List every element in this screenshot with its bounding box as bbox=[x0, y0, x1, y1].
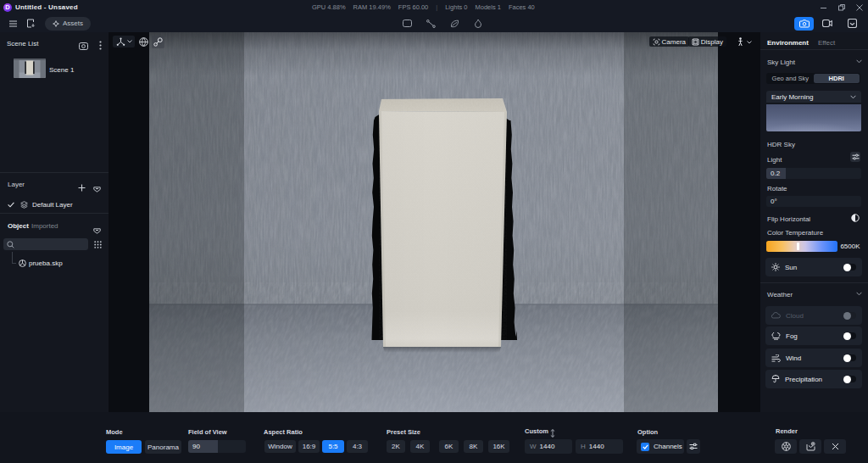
walk-mode-button[interactable] bbox=[737, 37, 752, 47]
sky-mode-segmented: Geo and Sky HDRI bbox=[766, 73, 860, 84]
layer-section-title: Layer bbox=[8, 181, 25, 188]
close-icon[interactable] bbox=[856, 4, 863, 11]
option-label: Option bbox=[637, 428, 658, 436]
hdri-sky-preview[interactable] bbox=[766, 104, 861, 131]
wind-row: Wind bbox=[765, 349, 862, 367]
object-grid-view-button[interactable] bbox=[91, 238, 104, 250]
display-chip-label: Display bbox=[701, 38, 723, 46]
sky-light-collapse-button[interactable] bbox=[856, 59, 862, 64]
scene-thumbnail[interactable] bbox=[14, 59, 46, 78]
app-logo-icon: D bbox=[3, 3, 12, 12]
menu-button[interactable] bbox=[8, 14, 18, 32]
aspect-55-button[interactable]: 5:5 bbox=[322, 440, 344, 453]
preset-6k-button[interactable]: 6K bbox=[439, 440, 459, 453]
display-settings-button[interactable]: Display bbox=[688, 36, 726, 47]
sliders-icon bbox=[689, 443, 698, 450]
precipitation-toggle[interactable] bbox=[843, 376, 856, 382]
channels-checkbox[interactable] bbox=[641, 443, 649, 451]
color-temperature-handle[interactable] bbox=[797, 243, 799, 250]
render-queue-button[interactable] bbox=[846, 14, 858, 32]
scene-item-label[interactable]: Scene 1 bbox=[49, 66, 74, 74]
preset-16k-button[interactable]: 16K bbox=[488, 440, 509, 453]
weather-section-title: Weather bbox=[767, 291, 793, 298]
flip-horizontal-button[interactable] bbox=[851, 214, 860, 222]
object-search-input[interactable] bbox=[3, 238, 88, 250]
precipitation-icon bbox=[771, 375, 780, 383]
hdri-preset-dropdown[interactable]: Early Morning bbox=[766, 91, 861, 103]
precipitation-label: Precipitation bbox=[785, 376, 822, 383]
preset-2k-button[interactable]: 2K bbox=[387, 440, 405, 453]
aspect-43-button[interactable]: 4:3 bbox=[347, 440, 368, 453]
assets-button[interactable]: Assets bbox=[45, 17, 91, 31]
chevron-down-icon bbox=[127, 40, 132, 43]
aspect-window-button[interactable]: Window bbox=[264, 440, 296, 453]
option-settings-button[interactable] bbox=[687, 439, 700, 454]
tab-effect[interactable]: Effect bbox=[818, 39, 835, 47]
sun-toggle[interactable] bbox=[843, 264, 856, 271]
add-to-queue-button[interactable] bbox=[799, 439, 821, 454]
particle-tool-icon[interactable] bbox=[472, 14, 484, 32]
camera-settings-button[interactable]: Camera bbox=[649, 36, 689, 47]
cloud-icon bbox=[771, 312, 781, 319]
scene-list-actions bbox=[79, 38, 102, 53]
mode-panorama-button[interactable]: Panorama bbox=[145, 440, 181, 454]
render-image-button[interactable] bbox=[775, 439, 797, 454]
sky-mode-hdri[interactable]: HDRI bbox=[814, 74, 860, 83]
aspect-169-button[interactable]: 16:9 bbox=[298, 440, 320, 453]
scene-3d-view[interactable] bbox=[149, 32, 718, 412]
scene-list-menu-button[interactable] bbox=[99, 38, 102, 53]
perspective-toggle-button[interactable] bbox=[152, 36, 164, 48]
preset-size-label: Preset Size bbox=[387, 428, 420, 436]
vegetation-tool-icon[interactable] bbox=[448, 14, 460, 32]
color-temperature-slider[interactable] bbox=[766, 241, 837, 252]
mode-image-button[interactable]: Image bbox=[106, 440, 142, 454]
material-tool-icon[interactable] bbox=[401, 14, 413, 32]
preset-8k-button[interactable]: 8K bbox=[464, 440, 483, 453]
light-label: Light bbox=[767, 156, 782, 164]
viewport[interactable]: Camera Display bbox=[108, 32, 760, 412]
layer-row-default[interactable]: Default Layer bbox=[0, 199, 108, 213]
video-mode-button[interactable] bbox=[821, 14, 833, 32]
rotate-value-input[interactable]: 0° bbox=[766, 196, 861, 207]
color-temperature-value: 6500K bbox=[839, 243, 861, 250]
photo-mode-button[interactable] bbox=[794, 17, 814, 31]
sky-mode-geo[interactable]: Geo and Sky bbox=[767, 74, 814, 83]
channels-option[interactable]: Channels bbox=[637, 439, 684, 454]
weather-collapse-button[interactable] bbox=[856, 292, 862, 296]
mode-label: Mode bbox=[106, 428, 123, 436]
preset-4k-button[interactable]: 4K bbox=[410, 440, 430, 453]
add-layer-button[interactable] bbox=[78, 180, 86, 195]
main-area: Camera Display Scene List bbox=[0, 32, 868, 412]
collapse-layers-button[interactable] bbox=[93, 181, 101, 196]
wind-toggle[interactable] bbox=[843, 354, 856, 361]
hdr-sky-label: HDR Sky bbox=[767, 141, 795, 148]
add-scene-button[interactable] bbox=[79, 38, 88, 53]
sun-label: Sun bbox=[785, 264, 797, 271]
stat-models: Models 1 bbox=[475, 3, 500, 11]
restore-icon[interactable] bbox=[838, 4, 845, 11]
custom-height-input[interactable]: H 1440 bbox=[576, 439, 623, 454]
width-value: 1440 bbox=[540, 443, 555, 450]
globe-icon bbox=[139, 37, 148, 47]
object-tree-item[interactable]: prueba.skp bbox=[0, 257, 108, 269]
fov-input[interactable]: 90 bbox=[188, 440, 246, 453]
layer-stack-icon bbox=[20, 201, 28, 209]
light-settings-button[interactable] bbox=[850, 152, 860, 162]
close-render-bar-button[interactable] bbox=[824, 439, 846, 454]
window-title: Untitled - Unsaved bbox=[15, 3, 78, 11]
half-circle-icon bbox=[851, 214, 860, 222]
light-value: 0.2 bbox=[771, 170, 780, 177]
fog-toggle[interactable] bbox=[843, 332, 856, 339]
light-value-input[interactable]: 0.2 bbox=[766, 168, 861, 179]
collapse-objects-button[interactable] bbox=[93, 222, 101, 237]
custom-width-input[interactable]: W 1440 bbox=[525, 439, 572, 454]
world-axis-button[interactable] bbox=[137, 36, 149, 47]
fog-label: Fog bbox=[786, 332, 798, 340]
performance-stats: GPU 4.88% RAM 19.49% FPS 60.00 | Lights … bbox=[312, 3, 535, 11]
import-model-button[interactable] bbox=[25, 14, 36, 32]
gizmo-mode-button[interactable] bbox=[113, 36, 135, 47]
path-tool-icon[interactable] bbox=[425, 14, 437, 32]
minimize-icon[interactable] bbox=[821, 4, 827, 11]
sky-light-section-title: Sky Light bbox=[767, 59, 795, 66]
tab-environment[interactable]: Environment bbox=[767, 39, 809, 47]
